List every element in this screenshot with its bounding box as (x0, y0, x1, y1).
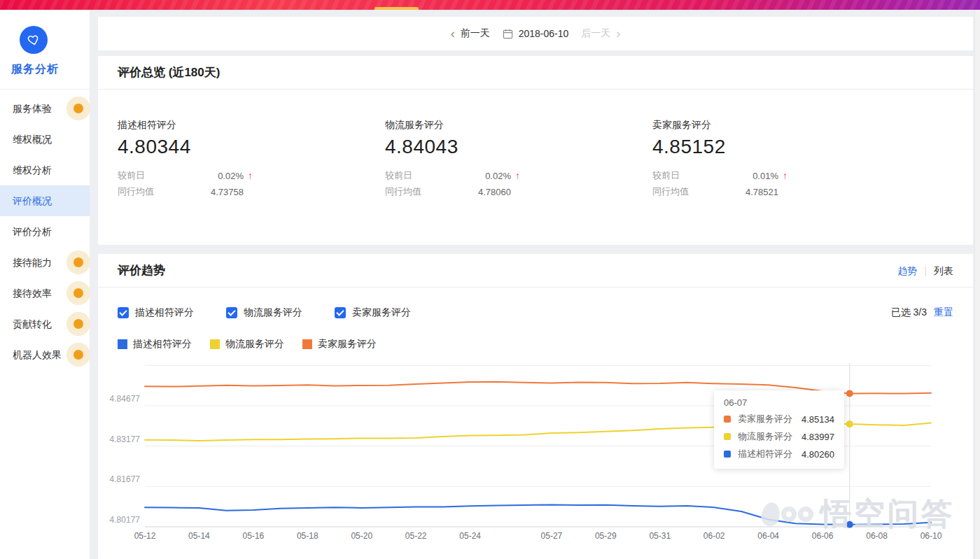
next-day-button[interactable]: 后一天 › (581, 27, 622, 40)
checkbox-seller-score[interactable]: 卖家服务评分 (335, 306, 411, 319)
svg-text:06-08: 06-08 (866, 531, 888, 541)
svg-text:05-27: 05-27 (541, 531, 563, 541)
promo-banner (0, 0, 980, 10)
sidebar-item-rights-analysis[interactable]: 维权分析 (0, 155, 90, 185)
series-swatch-icon (724, 433, 731, 440)
view-separator: | (924, 265, 927, 276)
metric-name: 物流服务评分 (385, 119, 652, 132)
svg-text:05-16: 05-16 (243, 531, 265, 541)
sidebar-item-service-experience[interactable]: 服务体验 (0, 93, 90, 124)
svg-text:4.84677: 4.84677 (110, 394, 141, 404)
svg-text:05-31: 05-31 (649, 531, 671, 541)
svg-text:4.81677: 4.81677 (110, 474, 141, 484)
series-swatch-icon (724, 451, 731, 458)
chart-legend: 描述相符评分 物流服务评分 卖家服务评分 (98, 338, 973, 351)
sidebar-item-rights-overview[interactable]: 维权概况 (0, 124, 90, 155)
svg-text:05-12: 05-12 (134, 531, 156, 541)
notice-dot-icon (74, 350, 83, 360)
sidebar-item-label: 贡献转化 (13, 318, 52, 330)
checkbox-checked-icon (226, 307, 237, 318)
sidebar-item-review-analysis[interactable]: 评价分析 (0, 216, 90, 247)
sidebar-item-review-overview[interactable]: 评价概况 (0, 185, 90, 216)
svg-text:05-22: 05-22 (405, 531, 427, 541)
legend-description-score: 描述相符评分 (118, 338, 192, 351)
sidebar-item-label: 机器人效果 (13, 349, 62, 360)
sidebar-brand[interactable]: 服务分析 (0, 10, 90, 90)
checkbox-checked-icon (335, 307, 346, 318)
notice-dot-icon (74, 288, 83, 298)
view-trend-tab[interactable]: 趋势 (897, 265, 917, 276)
metric-value: 4.80344 (118, 136, 385, 158)
trend-header: 评价趋势 趋势|列表 (98, 254, 973, 288)
svg-text:05-24: 05-24 (459, 531, 481, 541)
page-scrollbar[interactable] (974, 10, 980, 559)
tooltip-row: 物流服务评分4.83997 (724, 430, 834, 443)
chevron-left-icon: ‹ (449, 27, 456, 40)
overview-metrics: 描述相符评分 4.80344 较前日0.02%↑ 同行均值4.73758 物流服… (98, 90, 973, 198)
metric-logistics-score: 物流服务评分 4.84043 较前日0.02%↑ 同行均值4.78060 (385, 119, 652, 198)
overview-header: 评价总览 (近180天) (98, 56, 973, 90)
date-toolbar: ‹ 前一天 2018-06-10 后一天 › (98, 17, 973, 50)
tooltip-row: 描述相符评分4.80260 (724, 448, 834, 460)
svg-text:06-10: 06-10 (920, 531, 942, 541)
up-arrow-icon: ↑ (783, 170, 788, 181)
series-filters: 描述相符评分 物流服务评分 卖家服务评分 已选 3/3 重置 (98, 306, 973, 319)
review-overview-card: 评价总览 (近180天) 描述相符评分 4.80344 较前日0.02%↑ 同行… (98, 56, 973, 245)
svg-text:05-18: 05-18 (297, 531, 318, 541)
trend-line-chart[interactable]: 4.801774.816774.831774.8467705-1205-1405… (98, 359, 973, 559)
legend-swatch-icon (302, 339, 312, 349)
series-swatch-icon (724, 416, 731, 423)
change-label: 较前日 (385, 169, 449, 182)
svg-text:05-14: 05-14 (188, 531, 210, 541)
overview-title: 评价总览 (近180天) (118, 66, 220, 79)
tooltip-series-name: 卖家服务评分 (738, 413, 792, 425)
tooltip-series-value: 4.83997 (802, 432, 834, 442)
reset-button[interactable]: 重置 (934, 306, 953, 319)
svg-text:06-06: 06-06 (812, 531, 834, 541)
sidebar-item-contribution-conversion[interactable]: 贡献转化 (0, 309, 90, 339)
svg-text:05-29: 05-29 (595, 531, 617, 541)
sidebar-item-reception-capacity[interactable]: 接待能力 (0, 247, 90, 278)
selected-count: 已选 3/3 (891, 306, 927, 319)
metric-seller-score: 卖家服务评分 4.85152 较前日0.01%↑ 同行均值4.78521 (652, 119, 920, 198)
change-value: 0.02% (182, 171, 244, 181)
sidebar-item-robot-effect[interactable]: 机器人效果 (0, 339, 90, 370)
view-list-tab[interactable]: 列表 (934, 265, 953, 276)
notice-dot-icon (74, 319, 83, 329)
tooltip-series-name: 描述相符评分 (738, 448, 792, 460)
notice-dot-icon (74, 104, 83, 113)
metric-value: 4.85152 (652, 136, 920, 158)
sidebar-item-label: 评价概况 (13, 195, 52, 206)
legend-label: 卖家服务评分 (318, 338, 377, 351)
prev-day-label: 前一天 (461, 27, 490, 40)
date-picker[interactable]: 2018-06-10 (503, 28, 569, 39)
legend-swatch-icon (210, 339, 220, 349)
chevron-right-icon: › (615, 27, 622, 40)
checkbox-logistics-score[interactable]: 物流服务评分 (226, 306, 302, 319)
legend-label: 物流服务评分 (225, 338, 284, 351)
legend-seller-score: 卖家服务评分 (302, 338, 377, 351)
checkbox-description-score[interactable]: 描述相符评分 (118, 306, 194, 319)
metric-value: 4.84043 (385, 136, 652, 158)
peer-value: 4.73758 (182, 187, 244, 197)
sidebar-item-label: 维权概况 (13, 134, 52, 145)
current-date: 2018-06-10 (519, 28, 569, 39)
change-label: 较前日 (652, 169, 717, 182)
change-value: 0.02% (449, 171, 511, 181)
chart-tooltip: 06-07 卖家服务评分4.85134 物流服务评分4.83997 描述相符评分… (714, 390, 844, 469)
peer-label: 同行均值 (118, 185, 182, 198)
banner-tab-indicator (374, 7, 419, 10)
prev-day-button[interactable]: ‹ 前一天 (449, 27, 490, 40)
metric-name: 卖家服务评分 (652, 119, 920, 132)
tooltip-row: 卖家服务评分4.85134 (724, 413, 834, 425)
tooltip-date: 06-07 (724, 397, 834, 408)
peer-value: 4.78521 (717, 187, 778, 197)
banner-pattern (0, 0, 980, 10)
peer-label: 同行均值 (385, 185, 449, 198)
sidebar-item-reception-efficiency[interactable]: 接待效率 (0, 278, 90, 309)
sidebar-item-label: 维权分析 (13, 164, 52, 176)
sidebar-item-label: 服务体验 (13, 103, 52, 114)
up-arrow-icon: ↑ (515, 170, 520, 181)
sidebar-title: 服务分析 (11, 62, 90, 77)
checkbox-label: 物流服务评分 (244, 306, 302, 319)
